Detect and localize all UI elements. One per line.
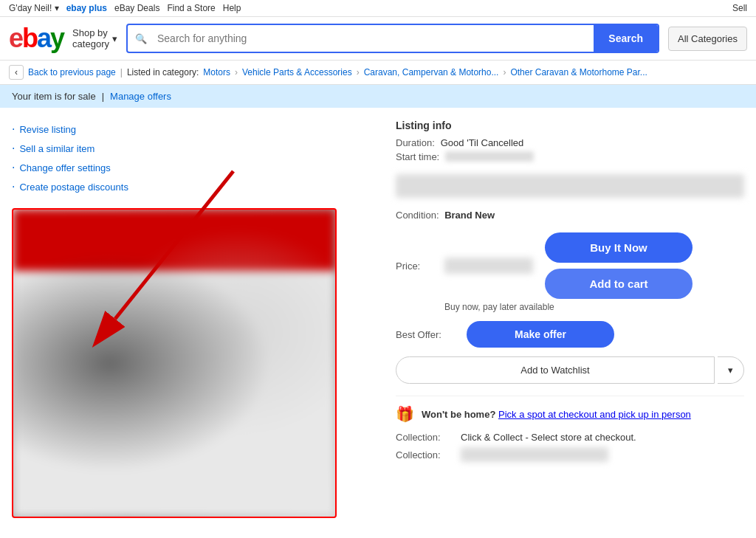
condition-value: Brand New: [444, 210, 495, 221]
product-image-area: [12, 208, 372, 518]
crumb-vehicle-parts[interactable]: Vehicle Parts & Accessories: [242, 67, 352, 77]
pickup-text: Won't be home? Pick a spot at checkout a…: [422, 409, 691, 420]
shop-by-label: Shop bycategory: [72, 27, 109, 49]
right-panel: Listing info Duration: Good 'Til Cancell…: [384, 108, 756, 530]
start-time-label: Start time:: [396, 151, 439, 162]
search-input[interactable]: [154, 27, 594, 50]
collection-section: Collection: Click & Collect - Select sto…: [396, 432, 744, 462]
make-offer-button[interactable]: Make offer: [467, 321, 614, 348]
best-offer-section: Best Offer: Make offer: [396, 321, 744, 348]
pickup-icon: 🎁: [396, 405, 414, 423]
buy-now-later-text: Buy now, pay later available: [444, 302, 744, 312]
breadcrumb: ‹ Back to previous page | Listed in cate…: [0, 61, 756, 85]
add-to-cart-button[interactable]: Add to cart: [545, 269, 693, 299]
chevron-down-icon: ▾: [112, 33, 117, 44]
shop-by-category[interactable]: Shop bycategory ▾: [72, 27, 117, 49]
collection-row-1: Collection: Click & Collect - Select sto…: [396, 432, 744, 443]
condition-label: Condition:: [396, 210, 439, 221]
breadcrumb-sep-1: ›: [235, 67, 238, 77]
back-button[interactable]: ‹: [9, 65, 24, 80]
greeting-text: G'day Neil!: [9, 3, 52, 13]
best-offer-row: Best Offer: Make offer: [396, 321, 744, 348]
collection-label-1: Collection:: [396, 432, 455, 443]
nav-find-store[interactable]: Find a Store: [167, 3, 215, 13]
main-content: Revise listing Sell a similar item Chang…: [0, 108, 756, 530]
watchlist-expand-button[interactable]: ▾: [718, 356, 744, 384]
listed-in-label: Listed in category:: [127, 67, 199, 77]
listing-info-title: Listing info: [396, 120, 744, 131]
collection-value-blurred: [461, 447, 608, 462]
chevron-down-icon: ▾: [728, 365, 733, 376]
change-offer-settings-link[interactable]: Change offer settings: [19, 162, 110, 173]
user-greeting[interactable]: G'day Neil! ▾: [9, 3, 59, 13]
collection-row-2: Collection:: [396, 447, 744, 462]
pickup-bold-text: Won't be home?: [422, 409, 495, 420]
price-label: Price:: [396, 261, 433, 272]
price-row: Price: Buy It Now Add to cart: [396, 232, 744, 299]
separator: |: [120, 67, 123, 77]
product-image-blur: [13, 210, 335, 517]
search-button[interactable]: Search: [594, 25, 658, 52]
revise-listing-link[interactable]: Revise listing: [19, 124, 76, 135]
buy-now-button[interactable]: Buy It Now: [545, 232, 693, 263]
site-header: ebay Shop bycategory ▾ 🔍 Search All Cate…: [0, 17, 756, 61]
collection-label-2: Collection:: [396, 449, 455, 461]
nav-ebay-deals[interactable]: eBay Deals: [114, 3, 159, 13]
breadcrumb-sep-2: ›: [357, 67, 360, 77]
price-value-blurred: [444, 258, 533, 274]
search-bar: 🔍 Search: [126, 24, 659, 53]
add-to-watchlist-button[interactable]: Add to Watchlist: [396, 356, 715, 384]
seller-banner: Your item is for sale | Manage offers: [0, 85, 756, 108]
crumb-motors[interactable]: Motors: [203, 67, 230, 77]
all-categories-dropdown[interactable]: All Categories: [668, 27, 747, 51]
left-panel: Revise listing Sell a similar item Chang…: [0, 108, 384, 530]
seller-message: Your item is for sale: [12, 91, 96, 102]
search-icon: 🔍: [128, 27, 154, 50]
collection-value-1: Click & Collect - Select store at checko…: [461, 432, 636, 443]
ebay-logo[interactable]: ebay: [9, 23, 63, 54]
manage-offers-link[interactable]: Manage offers: [110, 91, 171, 102]
price-section: Price: Buy It Now Add to cart Buy now, p…: [396, 232, 744, 312]
banner-separator: |: [102, 91, 104, 102]
ebayplus-badge: ebay plus: [66, 3, 107, 13]
crumb-other-caravan[interactable]: Other Caravan & Motorhome Par...: [510, 67, 647, 77]
condition-row: Condition: Brand New: [396, 210, 744, 221]
create-postage-discounts-link[interactable]: Create postage discounts: [19, 182, 128, 193]
start-time-value: [445, 151, 534, 162]
purchase-buttons: Buy It Now Add to cart: [545, 232, 693, 299]
greeting-chevron: ▾: [55, 3, 59, 13]
duration-label: Duration:: [396, 137, 435, 148]
duration-value: Good 'Til Cancelled: [441, 137, 524, 148]
product-title-blurred: [396, 174, 744, 198]
product-image[interactable]: [12, 208, 337, 518]
watchlist-row: Add to Watchlist ▾: [396, 356, 744, 384]
top-bar: G'day Neil! ▾ ebay plus eBay Deals Find …: [0, 0, 756, 17]
action-links: Revise listing Sell a similar item Chang…: [12, 120, 372, 196]
best-offer-label: Best Offer:: [396, 329, 455, 340]
sell-link[interactable]: Sell: [732, 3, 747, 13]
sell-similar-link[interactable]: Sell a similar item: [19, 143, 94, 154]
pickup-section: 🎁 Won't be home? Pick a spot at checkout…: [396, 396, 744, 423]
listing-info: Listing info Duration: Good 'Til Cancell…: [396, 120, 744, 162]
pickup-link[interactable]: Pick a spot at checkout and pick up in p…: [498, 409, 691, 420]
breadcrumb-sep-3: ›: [503, 67, 506, 77]
back-to-previous[interactable]: Back to previous page: [28, 67, 116, 77]
crumb-caravan[interactable]: Caravan, Campervan & Motorho...: [364, 67, 499, 77]
nav-help[interactable]: Help: [223, 3, 241, 13]
